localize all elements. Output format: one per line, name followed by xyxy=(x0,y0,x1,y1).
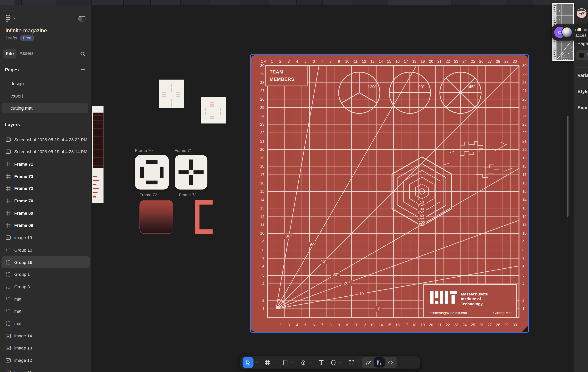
ellipse-tool-button[interactable] xyxy=(329,358,337,367)
layer-row-Frame-72[interactable]: Frame 72 xyxy=(0,182,91,195)
window-tab[interactable] xyxy=(352,0,388,5)
window-tab[interactable] xyxy=(151,0,181,5)
canvas-scrollbar[interactable] xyxy=(567,116,569,217)
layer-row-Frame-69[interactable]: Frame 69 xyxy=(0,207,91,219)
svg-text:15: 15 xyxy=(260,189,264,194)
svg-text:11: 11 xyxy=(522,223,526,227)
pen-tool-button[interactable] xyxy=(299,358,307,367)
page-item-design[interactable]: design xyxy=(1,78,88,89)
print-mark-card-object[interactable] xyxy=(159,80,184,108)
window-tab[interactable] xyxy=(480,0,506,5)
window-tab[interactable] xyxy=(388,0,452,5)
user-avatar[interactable] xyxy=(577,8,587,18)
frame-tool-button[interactable] xyxy=(263,358,272,367)
layer-row-Frame-73[interactable]: Frame 73 xyxy=(0,170,91,182)
tab-assets[interactable]: Assets xyxy=(19,51,33,56)
rectangle-tool-chevron-icon[interactable] xyxy=(291,361,294,363)
layer-row-mat[interactable]: mat xyxy=(0,293,91,305)
page-item-cutting-mat[interactable]: cutting mat xyxy=(1,103,88,113)
window-tab[interactable] xyxy=(210,0,240,5)
avatar-chevron-icon[interactable] xyxy=(587,12,588,14)
window-tab[interactable] xyxy=(181,0,210,5)
panel-section-variables[interactable]: Variables xyxy=(578,73,588,78)
actions-tool-button[interactable] xyxy=(347,358,356,367)
svg-text:30: 30 xyxy=(522,64,526,68)
canvas-frame-label[interactable]: Frame 70 xyxy=(135,148,153,153)
page-color-swatch[interactable] xyxy=(578,53,584,58)
layer-row-mat[interactable]: mat xyxy=(0,305,91,317)
layer-row-Group-16[interactable]: Group 16 xyxy=(0,256,91,268)
layer-row-image-12[interactable]: image 12 xyxy=(0,354,91,366)
window-tab[interactable] xyxy=(452,0,480,5)
svg-text:22: 22 xyxy=(446,59,450,64)
frame-72-object[interactable] xyxy=(139,200,173,234)
design-mode-button-active[interactable] xyxy=(374,357,385,368)
tab-file[interactable]: File xyxy=(3,49,17,59)
window-tab[interactable] xyxy=(92,0,124,5)
window-tab[interactable] xyxy=(240,0,269,5)
rectangle-tool-button[interactable] xyxy=(281,358,290,367)
window-tab[interactable] xyxy=(14,0,22,5)
layer-row-Frame-68[interactable]: Frame 68 xyxy=(0,219,91,231)
group-layer-icon xyxy=(5,296,11,302)
layer-row-Frame-70[interactable]: Frame 70 xyxy=(0,195,91,207)
window-tab[interactable] xyxy=(124,0,151,5)
window-tab[interactable] xyxy=(269,0,296,5)
page-item-export[interactable]: export xyxy=(1,91,88,101)
cutting-mat-object-selected[interactable]: 80°60°45°30°20°10°0°120°90°45°103060100T… xyxy=(251,55,528,332)
layer-row-image-14[interactable]: image 14 xyxy=(0,330,91,342)
layer-row-Group-13[interactable]: Group 13 xyxy=(0,244,91,256)
panel-section-export[interactable]: Export xyxy=(578,105,588,110)
svg-text:10: 10 xyxy=(522,231,526,235)
layer-row-Group-3[interactable]: Group 3 xyxy=(0,281,91,293)
svg-text:27: 27 xyxy=(260,89,264,93)
layer-row-Screenshot-2025-05-19-at-4.28.22-PM[interactable]: Screenshot 2025-05-19 at 4.28.22 PM xyxy=(0,133,91,146)
collapse-sidebar-icon[interactable] xyxy=(78,16,85,22)
window-tab[interactable] xyxy=(56,0,92,5)
layer-row-Group-1[interactable]: Group 1 xyxy=(0,268,91,281)
move-tool-chevron-icon[interactable] xyxy=(255,361,258,363)
svg-text:29: 29 xyxy=(504,59,509,64)
panel-section-styles[interactable]: Styles xyxy=(578,89,588,94)
magazine-page-object[interactable] xyxy=(92,106,103,203)
ellipse-tool-chevron-icon[interactable] xyxy=(339,361,342,363)
layer-row-image-13[interactable]: image 13 xyxy=(0,342,91,354)
layer-row-Screenshot-2025-05-19-at-4.28.14-PM[interactable]: Screenshot 2025-05-19 at 4.28.14 PM xyxy=(0,146,91,158)
window-tab[interactable] xyxy=(0,0,14,5)
frame-tool-chevron-icon[interactable] xyxy=(273,361,276,363)
file-title[interactable]: infinite magazine xyxy=(6,27,47,33)
window-tab[interactable] xyxy=(22,0,56,5)
window-tab[interactable] xyxy=(323,0,352,5)
window-tab[interactable] xyxy=(297,0,323,5)
frame-70-object[interactable] xyxy=(135,155,169,190)
draw-mode-button[interactable] xyxy=(363,357,374,368)
dev-mode-button[interactable] xyxy=(385,357,396,368)
add-page-icon[interactable] xyxy=(80,67,86,72)
svg-text:22: 22 xyxy=(260,131,264,135)
page-color-row[interactable]: 1 xyxy=(576,50,588,61)
pen-tool-chevron-icon[interactable] xyxy=(309,361,312,363)
design-canvas[interactable]: Frame 70Frame 71Frame 72Frame 73 80°60°4… xyxy=(91,5,588,372)
window-tab-strip[interactable] xyxy=(0,0,588,5)
layer-row-image-11[interactable]: image 11 xyxy=(0,366,91,372)
figma-logo-icon[interactable] xyxy=(5,15,11,22)
search-icon[interactable] xyxy=(80,51,85,56)
toast-username: clll xyxy=(575,27,581,32)
frame-73-object[interactable] xyxy=(195,200,213,234)
frame-71-object[interactable] xyxy=(175,155,207,190)
text-tool-button[interactable] xyxy=(317,358,326,367)
move-tool-button[interactable] xyxy=(243,357,254,368)
layer-row-Frame-71[interactable]: Frame 71 xyxy=(0,158,91,170)
window-tab[interactable] xyxy=(506,0,534,5)
svg-text:80°: 80° xyxy=(285,234,292,239)
main-menu-chevron-icon[interactable] xyxy=(13,17,16,19)
layer-row-mat[interactable]: mat xyxy=(0,317,91,330)
layer-row-image-19[interactable]: image 19 xyxy=(0,231,91,244)
breadcrumb[interactable]: Drafts xyxy=(6,36,17,40)
canvas-frame-label[interactable]: Frame 71 xyxy=(174,148,192,153)
svg-text:45°: 45° xyxy=(469,84,475,89)
canvas-frame-label[interactable]: Frame 72 xyxy=(139,193,157,197)
canvas-frame-label[interactable]: Frame 73 xyxy=(179,193,197,197)
svg-text:20: 20 xyxy=(260,147,264,152)
print-mark-card-object[interactable] xyxy=(201,97,226,123)
